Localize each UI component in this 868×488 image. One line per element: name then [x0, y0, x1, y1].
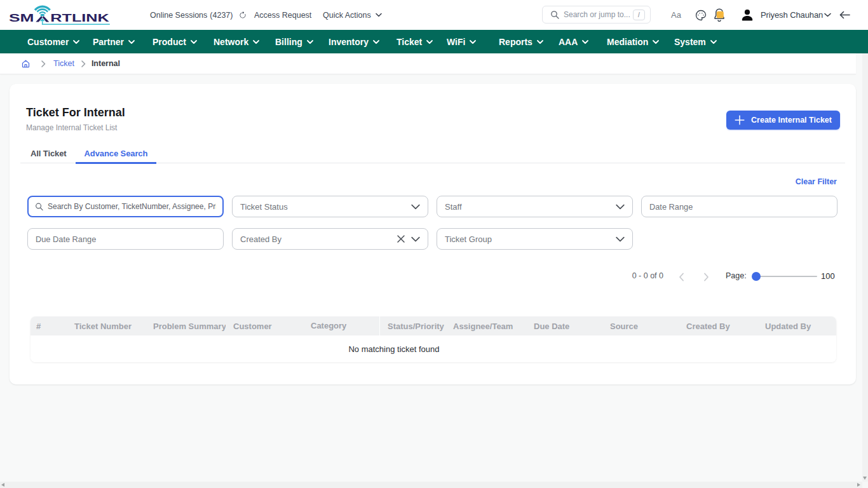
- table-header-cell[interactable]: Source: [602, 322, 679, 331]
- filters-grid: Ticket Status Staff Created By Ticket Gr: [27, 196, 837, 250]
- date-range-field[interactable]: [641, 196, 837, 217]
- vertical-scrollbar[interactable]: [862, 53, 868, 488]
- tickets-table: # Ticket Number Problem Summary Customer…: [31, 316, 836, 362]
- scroll-down-arrow-icon[interactable]: [863, 477, 867, 480]
- ticket-search-field[interactable]: [27, 196, 224, 217]
- global-search-placeholder: Search or jump to...: [564, 10, 633, 19]
- nav-item[interactable]: Product: [153, 30, 197, 53]
- table-header-cell[interactable]: Assignee/Team: [445, 322, 526, 331]
- ticket-status-select[interactable]: Ticket Status: [232, 196, 428, 217]
- nav-item-label: Ticket: [397, 37, 422, 47]
- pagination-next-button[interactable]: [701, 272, 711, 282]
- scroll-right-arrow-icon[interactable]: [857, 483, 860, 487]
- table-header-cell[interactable]: Customer: [226, 322, 303, 331]
- chevron-down-icon: [253, 40, 259, 44]
- access-request-link[interactable]: Access Request: [254, 0, 311, 30]
- due-date-range-input[interactable]: [36, 234, 215, 244]
- palette-icon: [695, 10, 707, 21]
- table-header-cell[interactable]: Status/Priority: [380, 322, 445, 331]
- home-icon[interactable]: [21, 59, 31, 69]
- table-header-cell[interactable]: #: [31, 322, 67, 331]
- table-header-cell[interactable]: Problem Summary: [146, 322, 226, 331]
- clear-filter-link[interactable]: Clear Filter: [796, 177, 837, 186]
- table-header-cell[interactable]: Updated By: [757, 322, 836, 331]
- clear-icon[interactable]: [397, 234, 405, 243]
- back-arrow-button[interactable]: [839, 0, 850, 30]
- pagination-range: 0 - 0 of 0: [632, 271, 663, 280]
- global-search-input[interactable]: Search or jump to... /: [542, 6, 651, 24]
- nav-item[interactable]: Reports: [499, 30, 543, 53]
- nav-item-label: System: [674, 37, 706, 47]
- page-size-slider-track[interactable]: [756, 276, 817, 277]
- chevron-down-icon: [653, 40, 659, 44]
- due-date-range-field[interactable]: [27, 228, 224, 250]
- search-icon: [550, 10, 559, 19]
- tab-label: Advance Search: [85, 149, 148, 158]
- nav-item[interactable]: Inventory: [329, 30, 379, 53]
- chevron-down-icon: [582, 40, 588, 44]
- user-menu-chevron[interactable]: [824, 0, 831, 30]
- scroll-left-arrow-icon[interactable]: [1, 483, 4, 487]
- horizontal-scrollbar[interactable]: [0, 482, 862, 488]
- nav-item-label: Customer: [27, 37, 69, 47]
- online-sessions-link[interactable]: Online Sessions (4237): [150, 0, 247, 30]
- quick-actions-label: Quick Actions: [323, 11, 371, 20]
- refresh-icon[interactable]: [239, 11, 247, 19]
- pagination-prev-button[interactable]: [677, 272, 687, 282]
- nav-item-label: Network: [214, 37, 248, 47]
- user-avatar[interactable]: [741, 0, 754, 30]
- empty-table-message: No matching ticket found: [348, 344, 439, 354]
- created-by-select[interactable]: Created By: [232, 228, 428, 250]
- nav-item[interactable]: Ticket: [397, 30, 433, 53]
- nav-item[interactable]: WiFi: [447, 30, 476, 53]
- svg-text:RTLINK: RTLINK: [50, 11, 109, 24]
- nav-item-label: Partner: [93, 37, 124, 47]
- scrollbar-corner: [862, 482, 868, 488]
- quick-actions-link[interactable]: Quick Actions: [323, 0, 382, 30]
- notifications-button[interactable]: [713, 0, 726, 30]
- chevron-down-icon: [191, 40, 197, 44]
- nav-item[interactable]: Partner: [93, 30, 135, 53]
- tab-all-ticket[interactable]: All Ticket: [22, 145, 76, 162]
- search-icon: [35, 202, 43, 211]
- nav-item[interactable]: Network: [214, 30, 259, 53]
- table-header-cell[interactable]: Category: [303, 316, 380, 336]
- nav-item[interactable]: Billing: [275, 30, 313, 53]
- ticket-search-input[interactable]: [48, 202, 216, 211]
- nav-item[interactable]: Mediation: [607, 30, 659, 53]
- nav-item-label: Inventory: [329, 37, 369, 47]
- table-header-cell[interactable]: Ticket Number: [67, 322, 146, 331]
- page-subtitle: Manage Internal Ticket List: [26, 123, 117, 132]
- table-header-cell[interactable]: Due Date: [526, 322, 602, 331]
- nav-item-label: Mediation: [607, 37, 648, 47]
- online-sessions-count: (4237): [210, 11, 233, 20]
- font-size-toggle[interactable]: Aa: [671, 0, 681, 30]
- theme-palette-button[interactable]: [695, 0, 707, 30]
- create-internal-ticket-button[interactable]: Create Internal Ticket: [726, 111, 840, 130]
- ticket-group-select[interactable]: Ticket Group: [437, 228, 633, 250]
- chevron-down-icon: [537, 40, 543, 44]
- ticket-status-placeholder: Ticket Status: [240, 202, 411, 212]
- tab-label: All Ticket: [31, 149, 67, 158]
- tab-advance-search[interactable]: Advance Search: [76, 145, 157, 162]
- smartlink-logo[interactable]: SM RTLINK: [0, 0, 114, 28]
- breadcrumb-separator-icon: [81, 60, 86, 67]
- font-toggle-label: Aa: [671, 10, 681, 20]
- chevron-down-icon: [616, 204, 625, 210]
- user-name[interactable]: Priyesh Chauhan: [761, 0, 823, 30]
- date-range-input[interactable]: [649, 202, 829, 212]
- page-size-slider-thumb[interactable]: [752, 272, 761, 281]
- nav-item-label: WiFi: [447, 37, 465, 47]
- tabs: All Ticket Advance Search: [22, 145, 156, 162]
- nav-item[interactable]: AAA: [559, 30, 588, 53]
- content-card: Ticket For Internal Manage Internal Tick…: [10, 84, 856, 384]
- nav-item-label: AAA: [559, 37, 578, 47]
- breadcrumb-ticket-link[interactable]: Ticket: [53, 59, 74, 68]
- breadcrumb-separator-icon: [41, 60, 46, 67]
- nav-item[interactable]: System: [674, 30, 717, 53]
- nav-item[interactable]: Customer: [27, 30, 79, 53]
- online-sessions-label: Online Sessions: [150, 11, 207, 20]
- chevron-down-icon: [307, 40, 313, 44]
- table-header-cell[interactable]: Created By: [679, 322, 757, 331]
- staff-select[interactable]: Staff: [437, 196, 633, 217]
